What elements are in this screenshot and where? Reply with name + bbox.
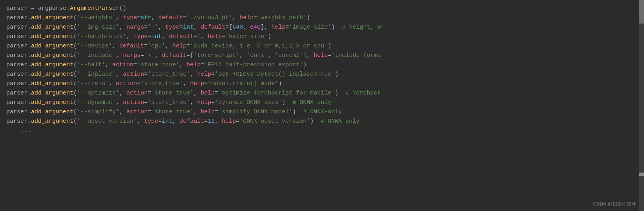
- code-token: parser: [6, 43, 27, 49]
- code-token: .: [27, 109, 31, 115]
- code-token: argparse: [38, 5, 66, 12]
- code-token: add_argument: [31, 33, 73, 40]
- code-token: =: [179, 24, 183, 31]
- code-token: int: [162, 118, 172, 125]
- code-token: ,: [119, 24, 126, 31]
- code-token: '--include': [77, 52, 116, 59]
- code-token: parser: [6, 71, 27, 78]
- code-token: .: [27, 71, 31, 78]
- code-token: 'model.train() mode': [208, 80, 278, 87]
- code-token: help: [186, 62, 201, 68]
- code-token: .: [27, 118, 31, 125]
- code-token: =: [222, 33, 225, 40]
- code-token: add_argument: [31, 80, 73, 87]
- code-token: parser: [6, 99, 27, 106]
- code-token: [: [190, 52, 193, 59]
- code-token: =: [158, 118, 162, 125]
- code-token: =: [140, 52, 144, 59]
- code-line: parser.add_argument('--include', nargs='…: [6, 51, 638, 60]
- code-token: 'optimize TorchScript for mobile': [218, 90, 335, 96]
- code-token: ,: [215, 118, 222, 125]
- code-token: ,: [126, 33, 133, 40]
- code-token: '--opset-version': [77, 118, 137, 125]
- code-token: type: [165, 24, 179, 31]
- code-token: (): [119, 5, 126, 12]
- code-token: '--weights': [77, 15, 116, 21]
- code-token: '+': [144, 52, 155, 59]
- code-token: '--inplace': [77, 71, 116, 78]
- code-token: =: [211, 99, 215, 106]
- code-token: ): [328, 43, 331, 49]
- code-line: parser.add_argument('--device', default=…: [6, 42, 638, 51]
- code-token: ,: [190, 99, 197, 106]
- code-token: (: [73, 62, 77, 68]
- code-token: ,: [116, 99, 123, 106]
- code-token: ,: [193, 24, 201, 31]
- code-token: help: [197, 71, 211, 78]
- code-line: parser.add_argument('--simplify', action…: [6, 107, 638, 117]
- code-token: =: [144, 43, 148, 49]
- code-token: nargs: [123, 52, 140, 59]
- code-token: 'dynamic ONNX axes': [215, 99, 282, 106]
- code-token: =: [148, 33, 151, 40]
- code-token: ,: [119, 109, 126, 115]
- code-token: action: [116, 80, 137, 87]
- code-token: =: [236, 118, 239, 125]
- code-token: =: [137, 80, 140, 87]
- code-token: =: [27, 5, 38, 12]
- code-line: ...: [6, 126, 638, 136]
- code-token: =: [148, 90, 151, 96]
- code-token: '--train': [77, 80, 109, 87]
- code-token: ]: [303, 52, 306, 59]
- code-token: .: [27, 80, 31, 87]
- code-token: '--dynamic': [77, 99, 116, 106]
- scrollbar[interactable]: [639, 0, 644, 211]
- code-token: action: [123, 71, 144, 78]
- code-token: default: [119, 43, 144, 49]
- code-token: 'cpu': [148, 43, 165, 49]
- code-token: ,: [119, 90, 126, 96]
- code-token: ): [335, 71, 338, 78]
- code-token: (: [73, 15, 77, 21]
- scrollbar-thumb[interactable]: [639, 0, 644, 24]
- scrollbar-grip: [639, 173, 644, 176]
- code-token: ,: [172, 118, 179, 125]
- code-token: ): [310, 118, 321, 125]
- code-token: 640: [232, 24, 243, 31]
- code-line: parser.add_argument('--batch-size', type…: [6, 32, 638, 42]
- code-token: 'include forma: [331, 52, 381, 59]
- code-token: (: [73, 33, 77, 40]
- code-token: 'image size': [289, 24, 331, 31]
- code-token: ,: [183, 80, 190, 87]
- code-token: # ONNX-only: [321, 118, 359, 125]
- code-token: int: [183, 24, 193, 31]
- code-token: .: [27, 52, 31, 59]
- code-token: [6, 127, 20, 134]
- code-token: 'weights path': [257, 15, 306, 21]
- code-token: =: [211, 71, 215, 78]
- code-token: =: [133, 62, 137, 68]
- code-token: ,: [116, 52, 123, 59]
- code-token: add_argument: [31, 15, 73, 21]
- code-token: 'store_true': [137, 62, 179, 68]
- code-token: (: [73, 109, 77, 115]
- code-token: ArgumentParser: [70, 5, 119, 12]
- code-token: =: [225, 24, 229, 31]
- code-token: '--optimize': [77, 90, 119, 96]
- code-token: int: [151, 33, 162, 40]
- code-token: .: [27, 15, 31, 21]
- code-token: =: [137, 15, 140, 21]
- code-token: (: [73, 80, 77, 87]
- code-token: parser: [6, 80, 27, 87]
- code-token: ): [303, 62, 306, 68]
- code-token: default: [169, 33, 193, 40]
- code-token: ,: [179, 62, 186, 68]
- code-token: 1: [197, 33, 201, 40]
- code-token: '--img-size': [77, 24, 119, 31]
- code-token: 'store_true': [151, 109, 193, 115]
- code-token: default: [158, 15, 183, 21]
- code-token: 'store_true': [148, 71, 190, 78]
- code-token: '--batch-size': [77, 33, 126, 40]
- code-token: '+': [148, 24, 158, 31]
- code-token: =: [144, 99, 148, 106]
